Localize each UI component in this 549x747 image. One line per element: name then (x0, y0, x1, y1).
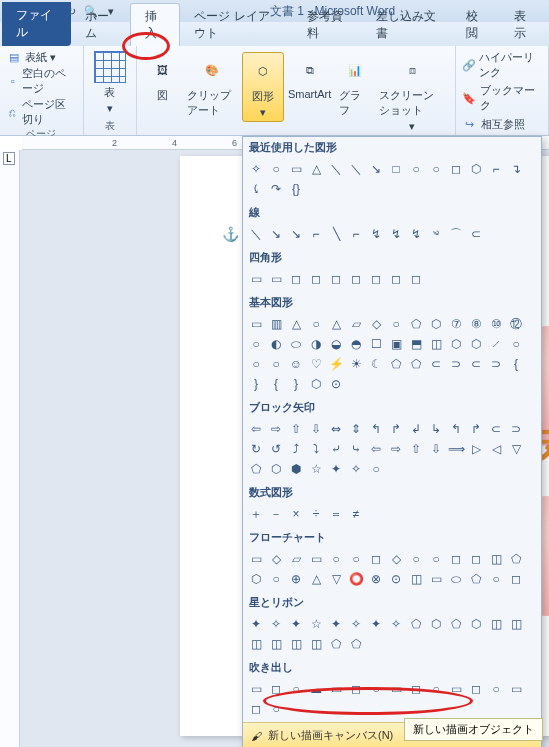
shape-item[interactable]: ◻ (367, 270, 385, 288)
shape-item[interactable]: － (267, 505, 285, 523)
shape-item[interactable]: ⌐ (347, 225, 365, 243)
shape-item[interactable]: ✦ (287, 615, 305, 633)
shape-item[interactable]: △ (327, 315, 345, 333)
shape-item[interactable]: ▷ (467, 440, 485, 458)
shape-item[interactable]: ⬭ (447, 570, 465, 588)
shape-item[interactable]: ⊗ (367, 570, 385, 588)
shape-item[interactable]: ↳ (427, 420, 445, 438)
shape-item[interactable]: ◻ (267, 680, 285, 698)
shape-item[interactable]: ⚡ (327, 355, 345, 373)
shape-item[interactable]: ◻ (347, 680, 365, 698)
shape-item[interactable]: ⬡ (447, 335, 465, 353)
shape-item[interactable]: ÷ (307, 505, 325, 523)
shape-item[interactable]: ○ (407, 550, 425, 568)
shape-item[interactable]: ≠ (347, 505, 365, 523)
shape-item[interactable]: ⬡ (307, 375, 325, 393)
shape-item[interactable]: ◻ (467, 550, 485, 568)
shape-item[interactable]: ○ (487, 680, 505, 698)
tab-mailings[interactable]: 差し込み文書 (362, 4, 452, 46)
shape-item[interactable]: ＼ (247, 225, 265, 243)
shape-item[interactable]: ⬠ (447, 615, 465, 633)
shape-item[interactable]: ◑ (307, 335, 325, 353)
shape-item[interactable]: ○ (287, 680, 305, 698)
shape-item[interactable]: ◫ (287, 635, 305, 653)
clipart-button[interactable]: 🎨クリップアート (183, 52, 242, 120)
shape-item[interactable]: ◇ (267, 550, 285, 568)
tab-references[interactable]: 参考資料 (293, 4, 362, 46)
shape-item[interactable]: ⊙ (327, 375, 345, 393)
bookmark-button[interactable]: 🔖ブックマーク (462, 82, 542, 114)
shape-item[interactable]: ☾ (367, 355, 385, 373)
shape-item[interactable]: ◻ (347, 270, 365, 288)
shape-item[interactable]: ⬠ (467, 570, 485, 588)
shape-item[interactable]: ＝ (327, 505, 345, 523)
shape-item[interactable]: ◫ (487, 615, 505, 633)
shape-item[interactable]: ＼ (327, 160, 345, 178)
shape-item[interactable]: □ (387, 160, 405, 178)
shape-item[interactable]: ⬢ (287, 460, 305, 478)
shape-item[interactable]: ▥ (267, 315, 285, 333)
shape-item[interactable]: ◫ (507, 615, 525, 633)
shape-item[interactable]: ◻ (447, 550, 465, 568)
shape-item[interactable]: ◻ (327, 270, 345, 288)
shape-item[interactable]: ⤵ (307, 440, 325, 458)
shape-item[interactable]: ⬠ (247, 460, 265, 478)
hyperlink-button[interactable]: 🔗ハイパーリンク (462, 49, 542, 81)
shape-item[interactable]: ⊕ (287, 570, 305, 588)
shape-item[interactable]: ⌐ (307, 225, 325, 243)
shape-item[interactable]: ⬠ (507, 550, 525, 568)
shape-item[interactable]: ⭕ (347, 570, 365, 588)
shape-item[interactable]: } (287, 375, 305, 393)
shape-item[interactable]: ◐ (267, 335, 285, 353)
shape-item[interactable]: { (267, 375, 285, 393)
shape-item[interactable]: ↘ (367, 160, 385, 178)
shape-item[interactable]: ◫ (247, 635, 265, 653)
shape-item[interactable]: ○ (427, 680, 445, 698)
shape-item[interactable]: ✧ (267, 615, 285, 633)
shape-item[interactable]: { (507, 355, 525, 373)
shape-item[interactable]: ⤶ (327, 440, 345, 458)
shape-item[interactable]: ✧ (347, 460, 365, 478)
shape-item[interactable]: ↰ (367, 420, 385, 438)
page-break-button[interactable]: ⎌ページ区切り (6, 97, 77, 127)
shape-item[interactable]: ▭ (507, 680, 525, 698)
shape-item[interactable]: ◻ (287, 270, 305, 288)
shape-item[interactable]: ⊂ (467, 225, 485, 243)
shape-item[interactable]: ↯ (407, 225, 425, 243)
shape-item[interactable]: ↘ (267, 225, 285, 243)
shape-item[interactable]: ⤷ (347, 440, 365, 458)
shape-item[interactable]: ○ (487, 570, 505, 588)
shape-item[interactable]: ☆ (307, 615, 325, 633)
shape-item[interactable]: ⊃ (487, 355, 505, 373)
shape-item[interactable]: ⬠ (387, 355, 405, 373)
shape-item[interactable]: ⊂ (427, 355, 445, 373)
shape-item[interactable]: ○ (367, 460, 385, 478)
shape-item[interactable]: ✦ (367, 615, 385, 633)
shape-item[interactable]: ◻ (387, 270, 405, 288)
tab-file[interactable]: ファイル (2, 2, 71, 46)
shape-item[interactable]: ⬡ (247, 570, 265, 588)
shape-item[interactable]: ✧ (247, 160, 265, 178)
shape-item[interactable]: ↴ (507, 160, 525, 178)
shape-item[interactable]: ☺ (287, 355, 305, 373)
shape-item[interactable]: ↻ (247, 440, 265, 458)
shape-item[interactable]: ＋ (247, 505, 265, 523)
shape-item[interactable]: ⇧ (407, 440, 425, 458)
shape-item[interactable]: ▭ (247, 550, 265, 568)
shape-item[interactable]: ▽ (327, 570, 345, 588)
shape-item[interactable]: ○ (267, 700, 285, 718)
shape-item[interactable]: ⟋ (487, 335, 505, 353)
shape-item[interactable]: ○ (307, 315, 325, 333)
shape-item[interactable]: ◫ (487, 550, 505, 568)
shape-item[interactable]: ⬭ (287, 335, 305, 353)
shape-item[interactable]: ⇨ (267, 420, 285, 438)
shape-item[interactable]: ⇩ (427, 440, 445, 458)
shape-item[interactable]: ⊂ (487, 420, 505, 438)
shape-item[interactable]: ◫ (267, 635, 285, 653)
shape-item[interactable]: △ (287, 315, 305, 333)
shape-item[interactable]: ♡ (307, 355, 325, 373)
shape-item[interactable]: {} (287, 180, 305, 198)
shape-item[interactable]: ▭ (267, 270, 285, 288)
shape-item[interactable]: ◻ (307, 270, 325, 288)
shape-item[interactable]: ⌐ (487, 160, 505, 178)
